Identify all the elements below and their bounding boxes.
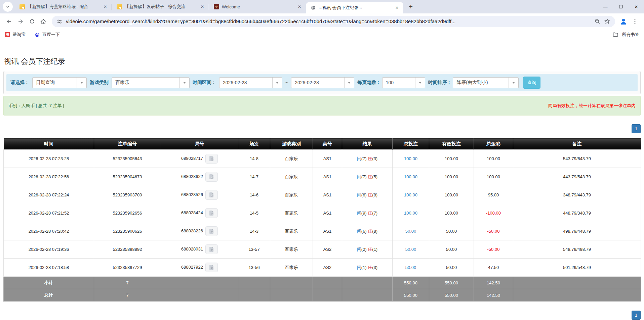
maximize-button[interactable] — [613, 0, 629, 13]
dropdown-button[interactable] — [77, 78, 86, 88]
chevron-down-icon — [512, 82, 515, 84]
video-replay-button[interactable] — [205, 244, 218, 254]
round-cell: 688028226 — [161, 222, 238, 240]
banker-result: 庄 — [368, 211, 372, 216]
zoom-icon[interactable] — [594, 18, 601, 25]
banker-result: 庄 — [368, 192, 372, 197]
chevron-down-icon — [183, 82, 186, 84]
query-type-select[interactable]: 日期查询 — [32, 77, 87, 88]
video-replay-button[interactable] — [205, 190, 218, 200]
reload-button[interactable] — [26, 16, 38, 27]
session-cell: 14-3 — [238, 222, 270, 240]
bookmark-aitaobao[interactable]: 淘 爱淘宝 — [5, 32, 26, 38]
session-cell: 14-5 — [238, 204, 270, 222]
bookmark-baidu[interactable]: 百度一下 — [34, 32, 60, 38]
video-replay-button[interactable] — [205, 208, 218, 218]
column-header-3: 场次 — [238, 138, 270, 150]
total-bet-link[interactable]: 100.00 — [404, 174, 417, 179]
dropdown-button[interactable] — [272, 78, 282, 88]
payout-cell: 95.00 — [474, 186, 513, 204]
table-number-cell: AS1 — [313, 168, 342, 186]
table-number-cell: AS1 — [313, 222, 342, 240]
url-bar[interactable]: videoie.com/game/betrecord_search/kind3?… — [52, 16, 615, 27]
dropdown-button[interactable] — [509, 78, 518, 88]
page-size-select[interactable]: 100 — [382, 77, 425, 88]
video-replay-button[interactable] — [205, 154, 218, 164]
round-cell: 688028031 — [161, 240, 238, 259]
all-bookmarks[interactable]: 所有书签 — [609, 32, 639, 38]
url-text[interactable]: videoie.com/game/betrecord_search/kind3?… — [66, 18, 591, 24]
tab-close-icon[interactable]: ✕ — [296, 4, 303, 10]
video-file-icon — [208, 228, 215, 234]
tab-close-icon[interactable]: ✕ — [102, 4, 108, 10]
total-bet-link[interactable]: 100.00 — [404, 192, 417, 197]
total-bet-cell: 100.00 — [393, 168, 429, 186]
payout-cell: -100.00 — [474, 204, 513, 222]
total-row-cell-2 — [161, 289, 238, 302]
tab-close-icon[interactable]: ✕ — [199, 4, 205, 10]
tab-close-icon[interactable]: ✕ — [394, 5, 400, 11]
dropdown-button[interactable] — [415, 78, 425, 88]
bet-id-cell: 523235898892 — [94, 240, 161, 259]
payout-value: 100.00 — [487, 174, 500, 179]
video-file-icon — [208, 174, 215, 180]
valid-bet-note: 同局有效投注，统一计算在该局第一张注单内 — [548, 103, 636, 109]
bet-row: 2026-02-28 07:22:56523235904673688028622… — [4, 168, 641, 186]
chevron-down-icon — [419, 82, 421, 84]
close-button[interactable]: ✕ — [629, 0, 644, 13]
tab-title: Welcome — [222, 4, 294, 9]
banker-score: (8) — [372, 229, 377, 234]
tab-search-button[interactable] — [3, 2, 13, 12]
date-from-select[interactable]: 2026-02-28 — [219, 77, 282, 88]
bet-id-cell: 523235900626 — [94, 222, 161, 240]
date-to-select[interactable]: 2026-02-28 — [291, 77, 354, 88]
minimize-button[interactable]: — — [598, 0, 613, 13]
bet-row: 2026-02-28 07:18:58523235897729688027922… — [4, 259, 641, 277]
bookmark-star-icon[interactable] — [604, 18, 610, 25]
tab-welcome[interactable]: ❖ Welcome ✕ — [209, 0, 306, 13]
video-file-icon — [208, 210, 215, 216]
dropdown-button[interactable] — [179, 78, 189, 88]
dropdown-button[interactable] — [344, 78, 354, 88]
page-1-button[interactable]: 1 — [632, 311, 641, 320]
total-row: 总计7550.00550.00142.50 — [4, 289, 641, 302]
forward-button[interactable] — [15, 16, 26, 27]
home-button[interactable] — [38, 16, 49, 27]
tab-post[interactable]: 【新提醒】发表帖子 - 综合交流 ✕ — [112, 0, 209, 13]
total-bet-link[interactable]: 100.00 — [404, 156, 417, 161]
bet-time-cell: 2026-02-28 07:20:42 — [4, 222, 94, 240]
payout-value: -100.00 — [486, 211, 501, 216]
sort-select[interactable]: 降幂(由大到小) — [453, 77, 519, 88]
column-header-10: 备注 — [513, 138, 641, 150]
round-cell: 688028424 — [161, 204, 238, 222]
app-favicon: ❖ — [214, 4, 219, 9]
bet-row: 2026-02-28 07:19:36523235898892688028031… — [4, 240, 641, 259]
total-row-cell-5 — [313, 289, 342, 302]
tab-forum[interactable]: 【新提醒】海燕策略论坛 - 综合 ✕ — [15, 0, 112, 13]
total-bet-cell: 50.00 — [393, 240, 429, 259]
tab-bet-records-active[interactable]: :::视讯 会员下注纪录::: ✕ — [306, 2, 403, 13]
payout-cell: 100.00 — [474, 168, 513, 186]
total-bet-link[interactable]: 50.00 — [405, 247, 416, 252]
video-replay-button[interactable] — [205, 226, 218, 236]
new-tab-button[interactable]: + — [406, 2, 415, 11]
taobao-icon: 淘 — [5, 32, 10, 37]
total-bet-link[interactable]: 50.00 — [405, 265, 416, 270]
total-bet-link[interactable]: 50.00 — [405, 229, 416, 234]
result-cell: 闲(7) 庄(5) — [342, 168, 393, 186]
total-bet-link[interactable]: 100.00 — [404, 211, 417, 216]
video-replay-button[interactable] — [205, 263, 218, 272]
payout-value: 47.50 — [488, 265, 499, 270]
game-type-select[interactable]: 百家乐 — [112, 77, 190, 88]
valid-bet-cell: 100.00 — [429, 204, 474, 222]
back-button[interactable] — [3, 16, 15, 27]
video-replay-button[interactable] — [205, 172, 218, 182]
page-1-button[interactable]: 1 — [632, 124, 641, 133]
query-button[interactable]: 查询 — [523, 77, 540, 89]
column-header-1: 注单编号 — [94, 138, 161, 150]
column-header-7: 总投注 — [393, 138, 429, 150]
note-cell: 501.29/548.79 — [513, 259, 641, 277]
menu-button[interactable] — [629, 16, 641, 27]
profile-avatar[interactable] — [618, 16, 629, 27]
globe-icon — [311, 5, 316, 10]
